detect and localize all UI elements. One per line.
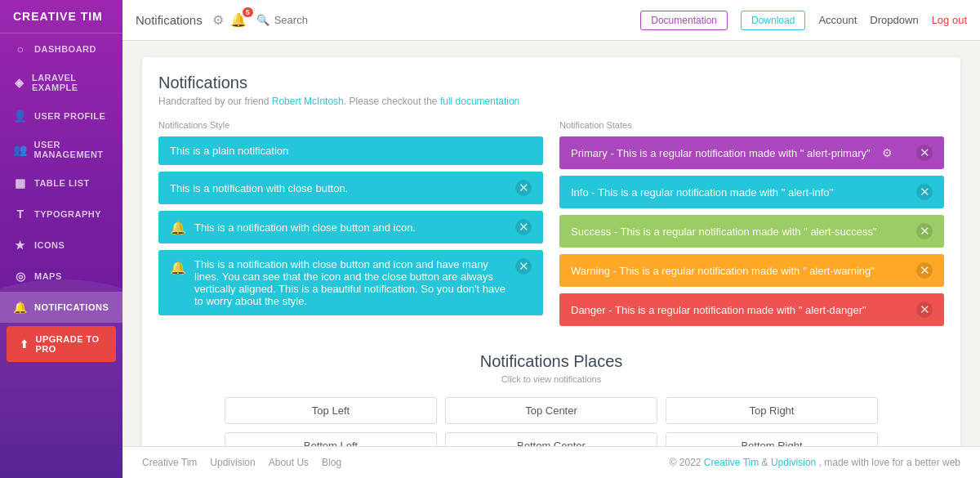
sidebar-item-dashboard[interactable]: ○DASHBOARD (0, 34, 122, 65)
notifications-icon: 🔔 (13, 300, 28, 315)
laravel-example-icon: ◈ (13, 75, 25, 90)
alerts-left: This is a plain notificationThis is a no… (158, 136, 543, 315)
alert-close-icon: 🔔This is a notification with close butto… (158, 211, 543, 243)
topbar-search: 🔍 (256, 14, 372, 26)
upgrade-icon: ⬆ (20, 338, 29, 351)
alert-close-button[interactable]: ✕ (916, 184, 933, 200)
notifications-style-column: Notifications Style This is a plain noti… (158, 120, 543, 333)
topbar-settings-icon[interactable]: ⚙ (212, 12, 224, 28)
footer-link-blog[interactable]: Blog (322, 457, 341, 468)
sidebar-item-maps[interactable]: ◎MAPS (0, 261, 122, 292)
footer-links: Creative TimUpdivisionAbout UsBlog (142, 457, 341, 468)
alert-text: This is a notification with close button… (170, 182, 348, 194)
alert-primary: Primary - This is a regular notification… (559, 136, 944, 169)
alerts-right: Primary - This is a regular notification… (559, 136, 944, 326)
page-heading: Notifications (158, 74, 944, 92)
notification-states-column: Notification States Primary - This is a … (559, 120, 944, 333)
sidebar-item-table-list[interactable]: ▦TABLE LIST (0, 168, 122, 199)
alert-success: Success - This is a regular notification… (559, 215, 944, 248)
sidebar-item-laravel-example[interactable]: ◈LARAVEL EXAMPLE (0, 65, 122, 101)
sidebar-item-upgrade[interactable]: ⬆UPGRADE TO PRO (7, 326, 116, 362)
places-title: Notifications Places (158, 352, 944, 371)
topbar: Notifications ⚙ 🔔 5 🔍 Documentation Down… (122, 0, 980, 41)
page-subtitle: Handcrafted by our friend Robert McIntos… (158, 96, 944, 107)
alert-text: This is a notification with close button… (194, 258, 507, 307)
alert-close-button[interactable]: ✕ (916, 302, 933, 318)
sidebar-item-label: TABLE LIST (34, 178, 90, 188)
documentation-button[interactable]: Documentation (640, 11, 728, 30)
sidebar-item-user-profile[interactable]: 👤USER PROFILE (0, 101, 122, 132)
footer-link-creative-tim[interactable]: Creative Tim (142, 457, 197, 468)
footer-copyright-text: © 2022 (670, 457, 704, 468)
sidebar-upgrade-label: UPGRADE TO PRO (36, 334, 104, 354)
alert-multiline: 🔔This is a notification with close butto… (158, 250, 543, 315)
alert-bell-icon: 🔔 (170, 260, 186, 275)
alert-gear-icon[interactable]: ⚙ (882, 146, 893, 159)
alert-close-button[interactable]: ✕ (916, 223, 933, 239)
alert-close-button[interactable]: ✕ (515, 180, 532, 196)
logout-link[interactable]: Log out (932, 14, 967, 26)
account-link[interactable]: Account (818, 14, 857, 26)
content-area: Notifications Handcrafted by our friend … (122, 41, 980, 446)
search-icon: 🔍 (256, 14, 270, 26)
alert-close-button[interactable]: ✕ (916, 262, 933, 279)
topbar-right: Documentation Download Account Dropdown … (640, 11, 967, 30)
sidebar-item-notifications[interactable]: 🔔NOTIFICATIONS (0, 292, 122, 323)
sidebar-item-label: TYPOGRAPHY (34, 209, 101, 219)
alert-text: This is a notification with close button… (194, 221, 416, 234)
place-button-bottom-left[interactable]: Bottom Left (225, 432, 437, 446)
place-button-top-right[interactable]: Top Right (666, 397, 878, 424)
sidebar-item-label: USER PROFILE (34, 111, 105, 121)
sidebar-item-label: USER MANAGEMENT (34, 140, 110, 159)
sidebar-item-label: NOTIFICATIONS (34, 302, 109, 312)
alert-text: Success - This is a regular notification… (571, 226, 877, 238)
search-input[interactable] (274, 14, 372, 26)
alert-text: Primary - This is a regular notification… (571, 147, 871, 159)
alert-danger: Danger - This is a regular notification … (559, 293, 944, 326)
alert-close-button[interactable]: ✕ (515, 219, 532, 235)
user-management-icon: 👥 (13, 142, 28, 157)
topbar-notification-icon[interactable]: 🔔 5 (230, 12, 247, 28)
main-content: Notifications ⚙ 🔔 5 🔍 Documentation Down… (122, 0, 980, 478)
alert-close-button[interactable]: ✕ (916, 145, 933, 161)
alert-warning: Warning - This is a regular notification… (559, 254, 944, 287)
alert-info: Info - This is a regular notification ma… (559, 176, 944, 208)
sidebar-logo: CREATIVE TIM (0, 0, 122, 34)
place-button-bottom-right[interactable]: Bottom Right (666, 432, 878, 446)
alert-close-button[interactable]: ✕ (515, 258, 532, 275)
sidebar-item-label: LARAVEL EXAMPLE (32, 73, 109, 92)
typography-icon: T (13, 207, 28, 221)
notifications-columns: Notifications Style This is a plain noti… (158, 120, 944, 333)
docs-link[interactable]: full documentation (440, 96, 519, 107)
sidebar-item-label: ICONS (34, 240, 65, 250)
topbar-icons: ⚙ 🔔 5 (212, 12, 247, 28)
notification-badge: 5 (243, 7, 253, 17)
dashboard-icon: ○ (13, 42, 28, 56)
footer-updivision-link[interactable]: Updivision (771, 457, 816, 468)
footer-link-updivision[interactable]: Updivision (210, 457, 255, 468)
footer-copyright: © 2022 Creative Tim & Updivision , made … (670, 457, 960, 468)
sidebar-item-typography[interactable]: TTYPOGRAPHY (0, 199, 122, 230)
footer-link-about-us[interactable]: About Us (269, 457, 309, 468)
sidebar-item-label: DASHBOARD (34, 44, 96, 54)
footer-creativetim-link[interactable]: Creative Tim (704, 457, 759, 468)
place-button-top-left[interactable]: Top Left (225, 397, 437, 424)
maps-icon: ◎ (13, 269, 28, 284)
topbar-title: Notifications (136, 13, 203, 27)
alert-text: Warning - This is a regular notification… (571, 265, 875, 277)
dropdown-menu[interactable]: Dropdown (870, 14, 918, 26)
place-button-bottom-center[interactable]: Bottom Center (445, 432, 657, 446)
alert-close-btn: This is a notification with close button… (158, 172, 543, 204)
sidebar: CREATIVE TIM ○DASHBOARD◈LARAVEL EXAMPLE👤… (0, 0, 122, 478)
sidebar-nav: ○DASHBOARD◈LARAVEL EXAMPLE👤USER PROFILE👥… (0, 34, 122, 478)
alert-bell-icon: 🔔 (170, 220, 186, 235)
author-link[interactable]: Robert McIntosh (272, 96, 344, 107)
download-button[interactable]: Download (741, 11, 805, 30)
content-panel: Notifications Handcrafted by our friend … (142, 57, 960, 446)
places-subtitle: Click to view notifications (158, 374, 944, 384)
sidebar-item-icons[interactable]: ★ICONS (0, 230, 122, 261)
table-list-icon: ▦ (13, 176, 28, 190)
notification-states-label: Notification States (559, 120, 944, 130)
place-button-top-center[interactable]: Top Center (445, 397, 657, 424)
sidebar-item-user-management[interactable]: 👥USER MANAGEMENT (0, 132, 122, 168)
